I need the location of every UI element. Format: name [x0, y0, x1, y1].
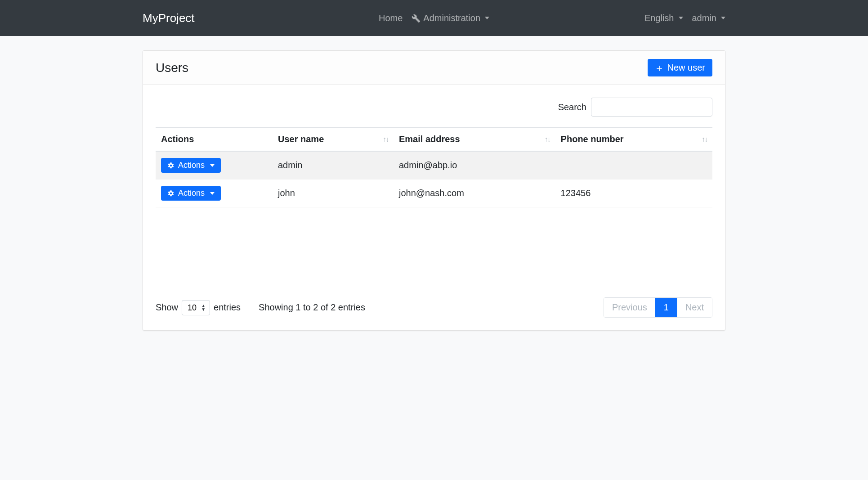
- table-row: Actions john john@nash.com 123456: [156, 179, 712, 207]
- nav-home[interactable]: Home: [379, 13, 403, 23]
- gear-icon: [167, 188, 174, 198]
- row-actions-label: Actions: [178, 188, 205, 198]
- cell-username: admin: [273, 151, 394, 179]
- page-next[interactable]: Next: [677, 298, 712, 317]
- table-footer: Show 10 ▲▼ entries Showing 1 to 2 of 2 e…: [156, 297, 712, 318]
- row-actions-label: Actions: [178, 161, 205, 170]
- search-label: Search: [558, 102, 586, 112]
- chevron-down-icon: [210, 192, 215, 195]
- sort-icon: ↑↓: [383, 135, 388, 144]
- search-input[interactable]: [591, 98, 712, 117]
- cell-username: john: [273, 179, 394, 207]
- table-row: Actions admin admin@abp.io: [156, 151, 712, 179]
- nav-language-label: English: [644, 13, 674, 23]
- page-prev[interactable]: Previous: [604, 298, 655, 317]
- table-info: Showing 1 to 2 of 2 entries: [259, 302, 365, 313]
- new-user-label: New user: [667, 63, 705, 73]
- show-label: Show: [156, 302, 178, 313]
- card-header: Users New user: [143, 51, 725, 85]
- chevron-down-icon: [485, 17, 489, 19]
- page-title: Users: [156, 61, 188, 75]
- row-actions-button[interactable]: Actions: [161, 186, 221, 201]
- col-email-label: Email address: [399, 134, 460, 144]
- sort-icon: ↑↓: [702, 135, 707, 144]
- brand-link[interactable]: MyProject: [143, 8, 195, 29]
- users-card: Users New user Search Actions User name: [143, 50, 725, 331]
- col-phone-label: Phone number: [561, 134, 624, 144]
- new-user-button[interactable]: New user: [648, 59, 712, 76]
- cell-email: admin@abp.io: [394, 151, 555, 179]
- pagination: Previous 1 Next: [604, 297, 712, 318]
- plus-icon: [655, 63, 664, 73]
- users-table: Actions User name ↑↓ Email address ↑↓ Ph…: [156, 127, 712, 207]
- sort-icon: ↑↓: [545, 135, 550, 144]
- col-phone[interactable]: Phone number ↑↓: [555, 128, 712, 152]
- cell-email: john@nash.com: [394, 179, 555, 207]
- entries-label: entries: [214, 302, 241, 313]
- cell-phone: [555, 151, 712, 179]
- chevron-down-icon: [210, 164, 215, 167]
- page-size-select[interactable]: 10: [182, 300, 210, 315]
- chevron-down-icon: [721, 17, 725, 19]
- top-navbar: MyProject Home Administration English ad…: [0, 0, 868, 36]
- nav-language[interactable]: English: [644, 13, 683, 23]
- nav-administration-label: Administration: [423, 13, 480, 23]
- cell-phone: 123456: [555, 179, 712, 207]
- nav-user-label: admin: [692, 13, 716, 23]
- row-actions-button[interactable]: Actions: [161, 158, 221, 173]
- page-number[interactable]: 1: [655, 298, 677, 317]
- nav-administration[interactable]: Administration: [412, 13, 489, 23]
- col-email[interactable]: Email address ↑↓: [394, 128, 555, 152]
- search-row: Search: [156, 98, 712, 117]
- gear-icon: [167, 161, 174, 170]
- chevron-down-icon: [679, 17, 683, 19]
- nav-user[interactable]: admin: [692, 13, 725, 23]
- col-username-label: User name: [278, 134, 324, 144]
- col-username[interactable]: User name ↑↓: [273, 128, 394, 152]
- wrench-icon: [412, 13, 421, 23]
- col-actions: Actions: [156, 128, 273, 152]
